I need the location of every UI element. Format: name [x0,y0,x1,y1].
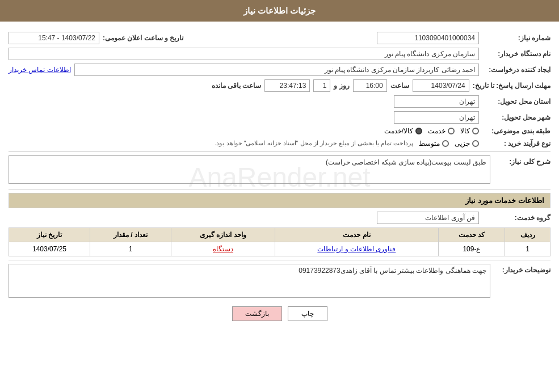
divider-3 [9,260,550,260]
row-org: نام دستگاه خریدار: سازمان مرکزی دانشگاه … [9,48,550,60]
page-header: جزئیات اطلاعات نیاز [0,0,559,22]
deadline-time-remain: 23:47:13 [264,79,310,92]
print-button[interactable]: چاپ [288,306,327,321]
service-group-label: گروه خدمت: [482,214,550,222]
service-group-value: فن آوری اطلاعات [377,212,479,224]
row-buyer-notes: توضیحات خریدار: [9,264,550,300]
radio-khedmat [448,128,455,134]
deadline-remain-label: ساعت باقی مانده [212,82,262,90]
process-options: جزیی متوسط [419,140,479,147]
col-quantity: تعداد / مقدار [90,228,171,242]
category-khedmat-label: خدمت [428,127,445,135]
back-button[interactable]: بازگشت [232,306,282,321]
process-motavasset-label: متوسط [419,140,440,147]
row-creator: ایجاد کننده درخواست: احمد رضائی کاربرداز… [9,64,550,76]
row-province: استان محل تحویل: تهران [9,95,550,108]
deadline-time: 16:00 [353,79,387,92]
cell-date: 1403/07/25 [9,242,90,256]
date-value: 1403/07/22 - 15:47 [9,32,99,44]
cell-unit[interactable]: دستگاه [171,242,275,256]
radio-motavasset [442,140,449,147]
category-kala-khedmat-label: کالا/خدمت [384,127,413,135]
buyer-notes-label: توضیحات خریدار: [494,264,550,274]
description-textarea[interactable] [9,155,490,184]
row-category: طبقه بندی موضوعی: کالا خدمت کالا/خدمت [9,127,550,135]
divider-2 [9,189,550,189]
row-city: شهر محل تحویل: تهران [9,111,550,124]
date-label: تاریخ و ساعت اعلان عمومی: [103,34,183,42]
category-options: کالا خدمت کالا/خدمت [384,127,479,135]
creator-label: ایجاد کننده درخواست: [482,66,550,74]
province-label: استان محل تحویل: [482,98,550,106]
row-deadline: مهلت ارسال پاسخ: تا تاریخ: 1403/07/24 سا… [9,79,550,92]
page-container: جزئیات اطلاعات نیاز AnaRender.net شماره … [0,0,559,392]
col-row-num: ردیف [505,228,550,242]
col-unit: واحد اندازه گیری [171,228,275,242]
radio-kala-khedmat [415,128,422,134]
cell-quantity: 1 [90,242,171,256]
category-kala[interactable]: کالا [460,127,479,135]
deadline-date: 1403/07/24 [413,79,469,92]
radio-kala [472,128,479,134]
process-motavasset[interactable]: متوسط [419,140,449,147]
table-row: 1 ع-109 فناوری اطلاعات و ارتباطات دستگاه… [9,242,550,256]
col-service-name: نام حدمت [275,228,439,242]
need-number-label: شماره نیاز: [482,34,550,42]
row-need-number: شماره نیاز: 1103090401000034 تاریخ و ساع… [9,32,550,44]
process-jozi-label: جزیی [455,140,470,147]
deadline-days: 1 [313,79,330,92]
deadline-time-label: ساعت [390,82,409,90]
creator-value: احمد رضائی کاربرداز سازمان مرکزی دانشگاه… [74,64,479,76]
process-note: پرداخت تمام یا بخشی از مبلغ خریدار از مح… [212,138,415,148]
org-label: نام دستگاه خریدار: [482,50,550,58]
process-jozi[interactable]: جزیی [455,140,479,147]
services-section-title: اطلاعات خدمات مورد نیاز [9,193,550,208]
cell-row-num: 1 [505,242,550,256]
table-header-row: ردیف کد حدمت نام حدمت واحد اندازه گیری ت… [9,228,550,242]
row-description: شرح کلی نیاز: [9,155,550,186]
category-khedmat[interactable]: خدمت [428,127,455,135]
col-service-code: کد حدمت [438,228,505,242]
divider-1 [9,151,550,152]
process-label: نوع فرآیند خرید : [482,140,550,147]
row-service-group: گروه خدمت: فن آوری اطلاعات [9,212,550,224]
deadline-label: مهلت ارسال پاسخ: تا تاریخ: [473,82,550,90]
city-label: شهر محل تحویل: [482,113,550,121]
contact-link[interactable]: اطلاعات تماس خریدار [9,66,71,74]
deadline-days-label: روز و [334,82,349,90]
button-row: چاپ بازگشت [9,306,550,321]
radio-jozi [472,140,479,147]
services-table: ردیف کد حدمت نام حدمت واحد اندازه گیری ت… [9,227,550,256]
cell-service-code: ع-109 [438,242,505,256]
category-kala-khedmat[interactable]: کالا/خدمت [384,127,422,135]
category-label: طبقه بندی موضوعی: [482,127,550,135]
main-content: AnaRender.net شماره نیاز: 11030904010000… [0,22,559,332]
need-number-value: 1103090401000034 [377,32,479,44]
cell-service-name[interactable]: فناوری اطلاعات و ارتباطات [275,242,439,256]
province-value: تهران [394,95,479,108]
org-value: سازمان مرکزی دانشگاه پیام نور [9,48,479,60]
city-value: تهران [394,111,479,124]
category-kala-label: کالا [460,127,470,135]
row-process: نوع فرآیند خرید : جزیی متوسط پرداخت تمام… [9,138,550,148]
col-date: تاریخ نیاز [9,228,90,242]
page-title: جزئیات اطلاعات نیاز [243,6,316,15]
description-label: شرح کلی نیاز: [494,155,550,166]
buyer-notes-textarea[interactable] [9,264,490,298]
